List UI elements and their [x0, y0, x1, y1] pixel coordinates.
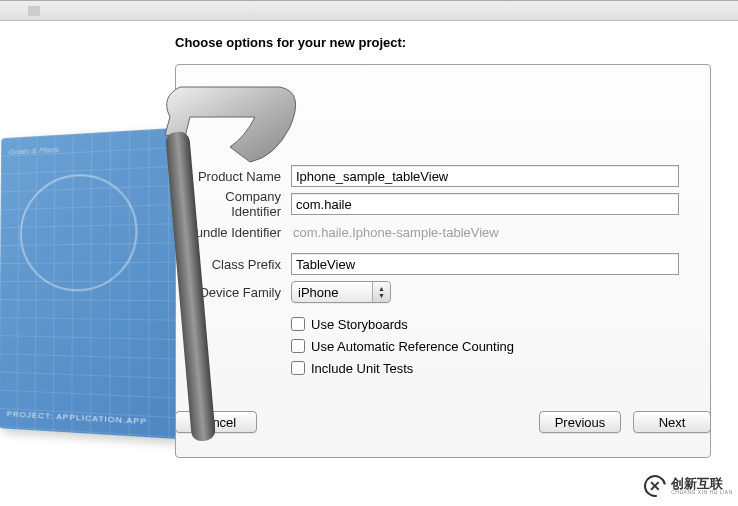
- use-arc-checkbox[interactable]: [291, 339, 305, 353]
- include-unit-tests-checkbox[interactable]: [291, 361, 305, 375]
- next-button[interactable]: Next: [633, 411, 711, 433]
- watermark: ✕ 创新互联 CHUANG XIN HU LIAN: [638, 466, 738, 506]
- device-family-row: Device Family iPhone ▲▼: [176, 281, 710, 303]
- class-prefix-row: Class Prefix: [176, 253, 710, 275]
- button-bar: Cancel Previous Next: [175, 411, 711, 433]
- product-name-row: Product Name: [176, 165, 710, 187]
- product-name-label: Product Name: [176, 169, 291, 184]
- dialog-main-area: Goals & Plans PROJECT: APPLICATION.APP: [0, 21, 738, 453]
- class-prefix-input[interactable]: [291, 253, 679, 275]
- titlebar-icon: [28, 6, 40, 16]
- blueprint-bottom-text: PROJECT: APPLICATION.APP: [7, 409, 148, 426]
- include-unit-tests-label: Include Unit Tests: [311, 361, 413, 376]
- class-prefix-label: Class Prefix: [176, 257, 291, 272]
- use-storyboards-checkbox[interactable]: [291, 317, 305, 331]
- blueprint-top-text: Goals & Plans: [9, 145, 59, 157]
- company-identifier-input[interactable]: [291, 193, 679, 215]
- use-arc-row: Use Automatic Reference Counting: [291, 337, 710, 355]
- new-project-options-dialog: Goals & Plans PROJECT: APPLICATION.APP: [0, 0, 738, 506]
- form-container: Product Name Company Identifier Bundle I…: [175, 64, 711, 458]
- previous-button[interactable]: Previous: [539, 411, 621, 433]
- device-family-label: Device Family: [176, 285, 291, 300]
- select-arrows-icon: ▲▼: [372, 282, 390, 302]
- device-family-select[interactable]: iPhone ▲▼: [291, 281, 391, 303]
- company-identifier-row: Company Identifier: [176, 193, 710, 215]
- blueprint-graphic: Goals & Plans PROJECT: APPLICATION.APP: [0, 127, 183, 439]
- bundle-identifier-label: Bundle Identifier: [176, 225, 291, 240]
- company-identifier-label: Company Identifier: [176, 189, 291, 219]
- bundle-identifier-row: Bundle Identifier com.haile.Iphone-sampl…: [176, 221, 710, 243]
- include-unit-tests-row: Include Unit Tests: [291, 359, 710, 377]
- use-arc-label: Use Automatic Reference Counting: [311, 339, 514, 354]
- cancel-button[interactable]: Cancel: [175, 411, 257, 433]
- sidebar-artwork: Goals & Plans PROJECT: APPLICATION.APP: [0, 67, 175, 487]
- watermark-x-icon: ✕: [649, 478, 661, 494]
- use-storyboards-label: Use Storyboards: [311, 317, 408, 332]
- product-name-input[interactable]: [291, 165, 679, 187]
- watermark-en-text: CHUANG XIN HU LIAN: [671, 490, 733, 495]
- watermark-logo: ✕ 创新互联 CHUANG XIN HU LIAN: [643, 474, 733, 498]
- bundle-identifier-value: com.haile.Iphone-sample-tableView: [291, 225, 499, 240]
- window-titlebar-strip: [0, 1, 738, 21]
- button-bar-right: Previous Next: [539, 411, 711, 433]
- use-storyboards-row: Use Storyboards: [291, 315, 710, 333]
- device-family-value: iPhone: [298, 285, 338, 300]
- content-panel: Choose options for your new project: Pro…: [175, 35, 711, 458]
- dialog-heading: Choose options for your new project:: [175, 35, 711, 50]
